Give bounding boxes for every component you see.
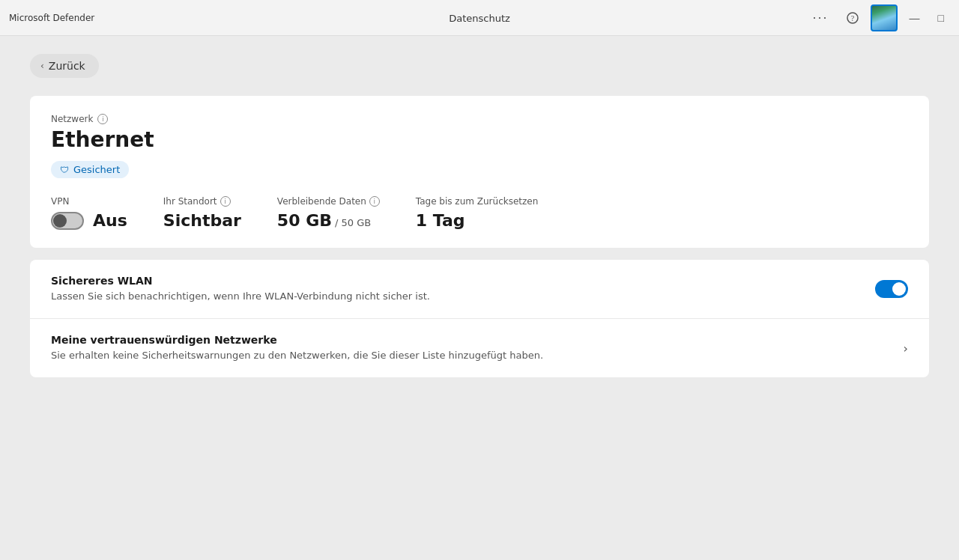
wlan-toggle[interactable] bbox=[875, 280, 908, 298]
more-icon: ··· bbox=[813, 10, 829, 25]
vpn-stat: VPN Aus bbox=[51, 196, 127, 230]
secured-label: Gesichert bbox=[73, 164, 120, 175]
days-label-text: Tage bis zum Zurücksetzen bbox=[416, 196, 538, 207]
titlebar: Microsoft Defender Datenschutz ··· ? — □ bbox=[0, 0, 959, 36]
svg-text:?: ? bbox=[850, 14, 854, 22]
chevron-right-icon: › bbox=[904, 341, 908, 356]
back-chevron-icon: ‹ bbox=[40, 61, 44, 71]
location-label-text: Ihr Standort bbox=[163, 196, 217, 207]
days-value: 1 Tag bbox=[416, 211, 538, 230]
back-button[interactable]: ‹ Zurück bbox=[30, 54, 99, 78]
wlan-text: Sichereres WLAN Lassen Sie sich benachri… bbox=[51, 275, 863, 303]
wlan-item: Sichereres WLAN Lassen Sie sich benachri… bbox=[30, 260, 929, 319]
data-value: 50 GB / 50 GB bbox=[277, 211, 380, 230]
avatar-image bbox=[872, 6, 896, 30]
wlan-toggle-knob bbox=[892, 282, 906, 296]
data-label: Verbleibende Daten i bbox=[277, 196, 380, 207]
trusted-desc: Sie erhalten keine Sicherheitswarnungen … bbox=[51, 349, 892, 362]
network-name: Ethernet bbox=[51, 127, 908, 152]
data-label-text: Verbleibende Daten bbox=[277, 196, 366, 207]
vpn-value: Aus bbox=[93, 211, 127, 230]
wlan-title: Sichereres WLAN bbox=[51, 275, 863, 287]
maximize-button[interactable]: □ bbox=[932, 9, 950, 27]
trusted-text: Meine vertrauenswürdigen Netzwerke Sie e… bbox=[51, 334, 892, 362]
app-title: Microsoft Defender bbox=[9, 13, 94, 23]
back-label: Zurück bbox=[49, 60, 85, 72]
toggle-knob bbox=[53, 214, 67, 228]
trusted-title: Meine vertrauenswürdigen Netzwerke bbox=[51, 334, 892, 346]
trusted-networks-item[interactable]: Meine vertrauenswürdigen Netzwerke Sie e… bbox=[30, 319, 929, 377]
days-stat: Tage bis zum Zurücksetzen 1 Tag bbox=[416, 196, 538, 230]
help-button[interactable]: ? bbox=[841, 9, 865, 27]
maximize-icon: □ bbox=[938, 12, 944, 24]
data-value-text: 50 GB bbox=[277, 211, 332, 230]
location-label: Ihr Standort i bbox=[163, 196, 241, 207]
network-info-icon[interactable]: i bbox=[97, 114, 108, 124]
secured-badge: 🛡 Gesichert bbox=[51, 161, 129, 178]
location-stat: Ihr Standort i Sichtbar bbox=[163, 196, 241, 230]
minimize-icon: — bbox=[910, 12, 920, 24]
days-label: Tage bis zum Zurücksetzen bbox=[416, 196, 538, 207]
data-sub-text: / 50 GB bbox=[335, 217, 371, 228]
wlan-desc: Lassen Sie sich benachrichtigen, wenn Ih… bbox=[51, 290, 863, 303]
days-value-text: 1 Tag bbox=[416, 211, 465, 230]
data-stat: Verbleibende Daten i 50 GB / 50 GB bbox=[277, 196, 380, 230]
network-label-text: Netzwerk bbox=[51, 114, 93, 124]
location-info-icon[interactable]: i bbox=[220, 196, 231, 207]
network-section-label: Netzwerk i bbox=[51, 114, 908, 124]
vpn-toggle[interactable] bbox=[51, 212, 84, 230]
help-icon: ? bbox=[847, 12, 859, 24]
avatar[interactable] bbox=[871, 4, 898, 31]
location-value-text: Sichtbar bbox=[163, 211, 241, 230]
settings-card: Sichereres WLAN Lassen Sie sich benachri… bbox=[30, 260, 929, 377]
vpn-label: VPN bbox=[51, 196, 127, 207]
location-value: Sichtbar bbox=[163, 211, 241, 230]
vpn-section: Aus bbox=[51, 211, 127, 230]
data-info-icon[interactable]: i bbox=[369, 196, 380, 207]
content-area: ‹ Zurück Netzwerk i Ethernet 🛡 Gesichert… bbox=[0, 36, 959, 560]
shield-icon: 🛡 bbox=[60, 165, 69, 175]
more-button[interactable]: ··· bbox=[807, 7, 835, 28]
minimize-button[interactable]: — bbox=[904, 9, 926, 27]
page-title: Datenschutz bbox=[449, 13, 510, 24]
vpn-label-text: VPN bbox=[51, 196, 69, 207]
stats-row: VPN Aus Ihr Standort i Sichtbar bbox=[51, 196, 908, 230]
network-card: Netzwerk i Ethernet 🛡 Gesichert VPN Aus bbox=[30, 96, 929, 248]
